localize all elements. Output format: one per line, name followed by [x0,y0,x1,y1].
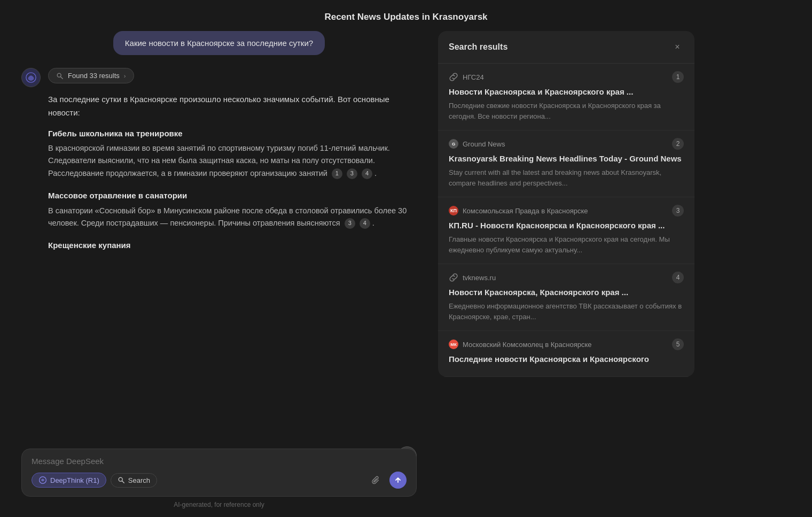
link-icon [449,273,458,282]
source-name: НГС24 [463,73,484,81]
list-item: Массовое отравление в санатории В санато… [48,189,417,229]
panel-title: Search results [449,42,508,52]
attach-icon [371,475,380,485]
result-description: Главные новости Красноярска и Красноярск… [449,234,684,255]
intro-paragraph: За последние сутки в Красноярске произош… [48,93,417,120]
ai-generated-note: AI-generated, for reference only [21,497,417,514]
list-item[interactable]: МК Московский Комсомолец в Красноярске 5… [438,331,694,377]
search-icon [56,72,64,80]
chat-area: Какие новости в Красноярске за последние… [0,31,438,514]
input-left-actions: DeepThink (R1) Search [32,473,157,488]
deepthink-icon [38,476,47,484]
news-item-title: Крещенские купания [48,239,417,252]
message-input[interactable] [32,457,407,466]
list-item[interactable]: G Ground News 2 Krasnoyarsk Breaking New… [438,130,694,197]
list-item[interactable]: КП Комсомольская Правда в Красноярске 3 … [438,197,694,264]
source-badge-3b[interactable]: 3 [345,218,355,229]
found-results-badge[interactable]: Found 33 results › [48,68,134,83]
result-number: 5 [672,338,684,350]
result-source-left: МК Московский Комсомолец в Красноярске [449,339,592,349]
main-layout: Какие новости в Красноярске за последние… [0,31,812,514]
result-source-left: tvknews.ru [449,273,496,282]
result-source-left: G Ground News [449,139,505,149]
result-title: Новости Красноярска, Красноярского края … [449,287,684,298]
send-button[interactable] [389,472,407,489]
result-source-row: tvknews.ru 4 [449,272,684,283]
source-name: Комсомольская Правда в Красноярске [463,207,588,215]
search-button[interactable]: Search [111,473,157,488]
found-results-text: Found 33 results [68,72,120,80]
news-item-title: Массовое отравление в санатории [48,189,417,203]
result-number: 3 [672,205,684,217]
source-badge-4[interactable]: 4 [362,168,372,179]
list-item: Крещенские купания [48,239,417,252]
page-title: Recent News Updates in Krasnoyarsk [0,0,812,31]
chevron-right-icon: › [124,73,126,79]
svg-point-1 [57,73,61,77]
result-title: Krasnoyarsk Breaking News Headlines Toda… [449,153,684,164]
result-source-row: МК Московский Комсомолец в Красноярске 5 [449,338,684,350]
source-name: Ground News [463,140,505,148]
svg-point-4 [119,477,122,481]
input-right-actions [367,472,407,489]
ground-news-icon: G [449,139,458,149]
close-button[interactable]: × [671,41,684,53]
response-content: Found 33 results › За последние сутки в … [48,68,417,262]
send-icon [394,476,402,484]
input-actions: DeepThink (R1) Search [32,472,407,489]
svg-line-5 [122,481,124,483]
list-item: Гибель школьника на тренировке В красноя… [48,127,417,180]
close-icon: × [675,42,680,52]
result-source-left: НГС24 [449,72,484,82]
attach-button[interactable] [367,472,384,489]
mk-icon: МК [449,339,458,349]
result-source-row: НГС24 1 [449,71,684,83]
search-icon [118,476,125,484]
panel-header: Search results × [438,31,694,64]
result-description: Stay current with all the latest and bre… [449,167,684,188]
search-label: Search [128,476,150,484]
news-item-title: Гибель школьника на тренировке [48,127,417,141]
deepthink-button[interactable]: DeepThink (R1) [32,473,106,488]
list-item[interactable]: НГС24 1 Новости Красноярска и Красноярск… [438,64,694,130]
list-item[interactable]: tvknews.ru 4 Новости Красноярска, Красно… [438,264,694,331]
result-description: Последние свежие новости Красноярска и К… [449,101,684,121]
source-name: Московский Комсомолец в Красноярске [463,341,592,349]
search-results-panel: Search results × НГС24 1 Нов [438,31,694,377]
result-source-left: КП Комсомольская Правда в Красноярске [449,206,588,215]
deepthink-label: DeepThink (R1) [50,476,99,484]
avatar [21,68,41,87]
result-number: 1 [672,71,684,83]
result-source-row: G Ground News 2 [449,138,684,150]
source-badge-1[interactable]: 1 [332,168,342,179]
link-icon [449,72,458,82]
news-item-text: В санатории «Сосновый бор» в Минусинском… [48,205,417,229]
user-message: Какие новости в Красноярске за последние… [113,31,325,55]
message-input-container: DeepThink (R1) Search [21,449,417,497]
source-name: tvknews.ru [463,274,496,282]
result-description: Ежедневно информационное агентство ТВК р… [449,301,684,322]
result-title: Новости Красноярска и Красноярского края… [449,86,684,97]
kp-icon: КП [449,206,458,215]
result-number: 2 [672,138,684,150]
result-number: 4 [672,272,684,283]
news-list: Гибель школьника на тренировке В красноя… [48,127,417,252]
result-title: КП.RU - Новости Красноярска и Красноярск… [449,220,684,231]
response-text: За последние сутки в Красноярске произош… [48,93,417,252]
source-badge-3[interactable]: 3 [347,168,357,179]
svg-line-2 [61,76,63,79]
result-title: Последние новости Красноярска и Краснояр… [449,353,684,365]
input-area: DeepThink (R1) Search [0,443,438,514]
news-item-text: В красноярской гимназии во время занятий… [48,142,417,180]
result-source-row: КП Комсомольская Правда в Красноярске 3 [449,205,684,217]
source-badge-4b[interactable]: 4 [360,218,370,229]
